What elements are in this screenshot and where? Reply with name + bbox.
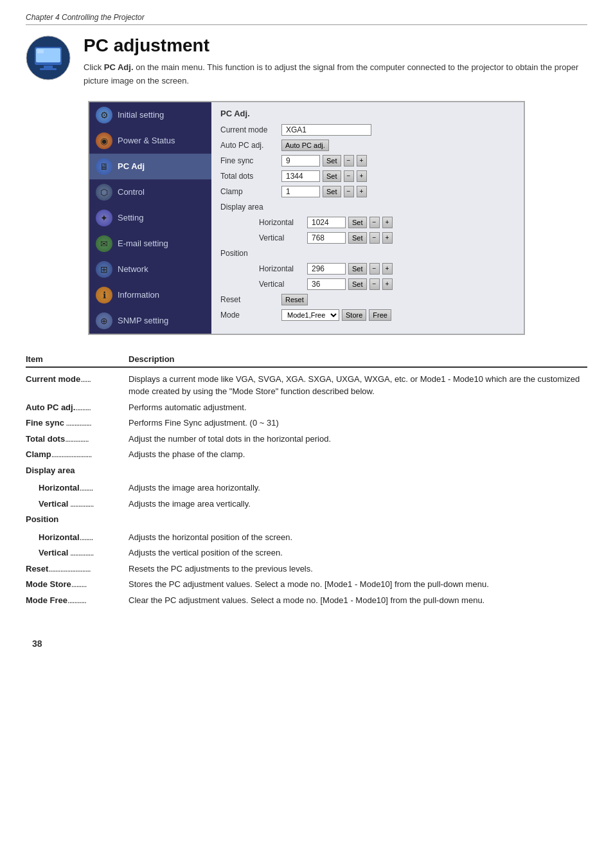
desc-row-mode-store: Mode Store......... Stores the PC adjust… [26, 578, 587, 591]
snmp-icon: ⊕ [96, 312, 112, 329]
desc-row-clamp: Clamp........................ Adjusts th… [26, 448, 587, 461]
sidebar-item-pc-adj[interactable]: 🖥 PC Adj [89, 154, 211, 179]
mode-free-btn[interactable]: Free [369, 309, 391, 321]
def-pos-vert: Adjusts the vertical position of the scr… [129, 547, 587, 559]
pos-vert-minus-btn[interactable]: − [369, 278, 380, 290]
pos-horiz-minus-btn[interactable]: − [369, 263, 380, 275]
desc-section-position: Position [26, 513, 587, 528]
label-pos-vert: Vertical [259, 280, 307, 289]
reset-button[interactable]: Reset [281, 294, 308, 305]
fine-sync-minus-btn[interactable]: − [344, 155, 354, 167]
desc-row-disp-horiz: Horizontal........ Adjusts the image are… [26, 482, 587, 494]
desc-row-current-mode: Current mode...... Displays a current mo… [26, 373, 587, 398]
power-status-icon: ◉ [96, 132, 112, 149]
sidebar: ⚙ Initial setting ◉ Power & Status 🖥 PC … [89, 102, 211, 334]
disp-horiz-minus-btn[interactable]: − [369, 217, 380, 228]
panel-title: PC Adj. [220, 109, 515, 118]
intro-rest: on the main menu. This function is to ad… [84, 62, 578, 86]
disp-horiz-plus-btn[interactable]: + [382, 217, 393, 228]
page-container: Chapter 4 Controlling the Projector PC a… [0, 0, 613, 662]
chapter-header: Chapter 4 Controlling the Projector [26, 13, 587, 25]
sidebar-label-initial: Initial setting [118, 110, 164, 120]
sidebar-item-power-status[interactable]: ◉ Power & Status [89, 128, 211, 154]
sidebar-item-email-setting[interactable]: ✉ E-mail setting [89, 231, 211, 257]
sidebar-label-setting: Setting [118, 213, 143, 222]
disp-vert-plus-btn[interactable]: + [382, 232, 393, 244]
row-position-header: Position [220, 246, 515, 261]
total-dots-plus-btn[interactable]: + [357, 170, 367, 182]
page-number: 38 [32, 638, 42, 649]
pos-vert-set-btn[interactable]: Set [348, 278, 367, 290]
desc-row-fine-sync: Fine sync ............... Performs Fine … [26, 417, 587, 429]
clamp-plus-btn[interactable]: + [357, 186, 367, 197]
sidebar-item-network[interactable]: ⊞ Network [89, 257, 211, 282]
row-fine-sync: Fine sync 9 Set − + [220, 153, 515, 168]
row-display-horizontal: Horizontal 1024 Set − + [220, 215, 515, 230]
main-panel: PC Adj. Current mode XGA1 Auto PC adj. A… [211, 102, 524, 334]
pos-horiz-plus-btn[interactable]: + [382, 263, 393, 275]
clamp-minus-btn[interactable]: − [344, 186, 354, 197]
header-desc: Description [129, 354, 175, 364]
value-current-mode: XGA1 [281, 124, 515, 136]
row-clamp: Clamp 1 Set − + [220, 184, 515, 199]
fine-sync-set-btn[interactable]: Set [323, 155, 341, 167]
label-current-mode: Current mode [220, 125, 281, 134]
value-clamp: 1 Set − + [281, 186, 515, 197]
def-disp-vert: Adjusts the image area vertically. [129, 498, 587, 511]
title-text-block: PC adjustment Click PC Adj. on the main … [84, 35, 587, 88]
label-total-dots: Total dots [220, 172, 281, 181]
def-mode-store: Stores the PC adjustment values. Select … [129, 578, 587, 591]
sidebar-item-control[interactable]: ⬡ Control [89, 179, 211, 205]
sidebar-item-initial-setting[interactable]: ⚙ Initial setting [89, 102, 211, 128]
row-auto-pc: Auto PC adj. Auto PC adj. [220, 138, 515, 153]
def-pos-horiz: Adjusts the horizontal position of the s… [129, 531, 587, 544]
term-fine-sync: Fine sync ............... [26, 417, 129, 429]
disp-horiz-set-btn[interactable]: Set [348, 217, 367, 228]
svg-rect-4 [40, 68, 57, 70]
term-pos-vert: Vertical .............. [26, 547, 129, 559]
term-pos-horiz: Horizontal........ [26, 531, 129, 544]
auto-pc-button[interactable]: Auto PC adj. [281, 140, 329, 151]
label-auto-pc: Auto PC adj. [220, 141, 281, 150]
desc-section-display: Display area [26, 464, 587, 479]
disp-vert-set-btn[interactable]: Set [348, 232, 367, 244]
disp-vert-box: 768 [307, 232, 346, 244]
network-icon: ⊞ [96, 261, 112, 278]
fine-sync-plus-btn[interactable]: + [357, 155, 367, 167]
sidebar-item-setting[interactable]: ✦ Setting [89, 205, 211, 231]
intro-paragraph: Click PC Adj. on the main menu. This fun… [84, 61, 587, 88]
sidebar-label-snmp: SNMP setting [118, 316, 168, 325]
term-disp-vert: Vertical .............. [26, 498, 129, 511]
desc-row-reset: Reset......................... Resets th… [26, 563, 587, 575]
pos-horiz-set-btn[interactable]: Set [348, 263, 367, 275]
value-mode: Mode1,Free Store Free [281, 309, 515, 321]
disp-vert-minus-btn[interactable]: − [369, 232, 380, 244]
desc-row-mode-free: Mode Free........... Clear the PC adjust… [26, 594, 587, 607]
sidebar-label-pcadj: PC Adj [118, 161, 145, 171]
label-display-area: Display area [220, 201, 281, 213]
disp-horiz-box: 1024 [307, 217, 346, 228]
total-dots-minus-btn[interactable]: − [344, 170, 354, 182]
sidebar-label-email: E-mail setting [118, 239, 168, 248]
total-dots-set-btn[interactable]: Set [323, 170, 341, 182]
fine-sync-box: 9 [281, 155, 320, 167]
pos-vert-plus-btn[interactable]: + [382, 278, 393, 290]
def-auto-pc: Performs automatic adjustment. [129, 401, 587, 414]
row-pos-vertical: Vertical 36 Set − + [220, 276, 515, 292]
svg-rect-3 [44, 66, 53, 68]
clamp-set-btn[interactable]: Set [323, 186, 341, 197]
row-display-area-header: Display area [220, 199, 515, 215]
sidebar-item-snmp-setting[interactable]: ⊕ SNMP setting [89, 308, 211, 334]
section-display-label: Display area [26, 464, 75, 477]
mode-dropdown[interactable]: Mode1,Free [281, 309, 339, 321]
sidebar-item-information[interactable]: ℹ Information [89, 282, 211, 308]
sidebar-label-info: Information [118, 290, 159, 300]
label-mode: Mode [220, 311, 281, 320]
mode-store-btn[interactable]: Store [342, 309, 366, 321]
term-mode-store: Mode Store......... [26, 578, 129, 591]
descriptions-section: Item Description Current mode...... Disp… [26, 354, 587, 607]
page-number-container: 38 [26, 626, 587, 649]
def-reset: Resets the PC adjustments to the previou… [129, 563, 587, 575]
desc-row-disp-vert: Vertical .............. Adjusts the imag… [26, 498, 587, 511]
desc-header: Item Description [26, 354, 587, 368]
